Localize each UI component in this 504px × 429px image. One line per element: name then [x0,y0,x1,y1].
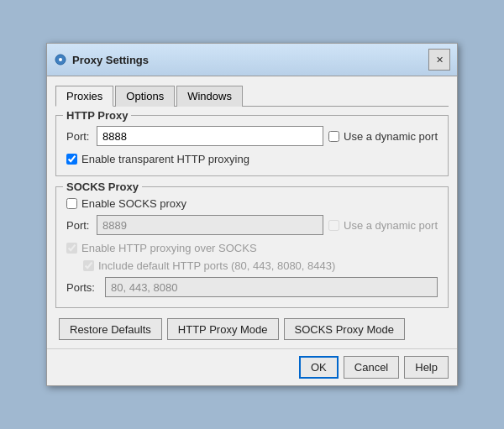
action-buttons-row: Restore Defaults HTTP Proxy Mode SOCKS P… [55,318,449,340]
http-dynamic-port-checkbox[interactable] [328,131,339,142]
tab-bar: Proxies Options Windows [55,85,449,107]
window-title: Proxy Settings [72,54,149,66]
socks-ports-row: Ports: [66,277,438,297]
socks-enable-label: Enable SOCKS proxy [81,197,186,210]
http-dynamic-port-row: Use a dynamic port [328,130,438,143]
help-button[interactable]: Help [404,356,449,379]
socks-http-over-socks-row: Enable HTTP proxying over SOCKS [66,242,438,254]
socks-proxy-label: SOCKS Proxy [63,180,142,193]
http-transparent-row: Enable transparent HTTP proxying [66,153,438,165]
socks-enable-checkbox[interactable] [66,198,77,209]
socks-include-default-row: Include default HTTP ports (80, 443, 808… [83,259,438,272]
socks-dynamic-port-checkbox[interactable] [328,220,339,231]
footer: OK Cancel Help [47,348,457,385]
bottom-left-buttons: Restore Defaults HTTP Proxy Mode SOCKS P… [59,318,405,340]
http-proxy-label: HTTP Proxy [63,109,131,122]
ok-button[interactable]: OK [299,356,339,379]
title-bar-left: Proxy Settings [54,53,149,66]
http-dynamic-port-label: Use a dynamic port [344,130,438,143]
socks-proxy-group: SOCKS Proxy Enable SOCKS proxy Port: Use… [55,186,449,308]
proxy-icon [54,53,67,66]
restore-defaults-button[interactable]: Restore Defaults [59,318,162,340]
socks-include-default-label: Include default HTTP ports (80, 443, 808… [98,259,335,272]
tab-windows[interactable]: Windows [176,86,243,107]
close-button[interactable]: ✕ [428,49,450,71]
socks-port-label: Port: [66,219,92,232]
http-port-label: Port: [66,130,92,143]
socks-dynamic-port-label: Use a dynamic port [344,219,438,232]
http-proxy-group: HTTP Proxy Port: Use a dynamic port Enab… [55,115,449,176]
socks-proxy-mode-button[interactable]: SOCKS Proxy Mode [284,318,406,340]
dialog-content: Proxies Options Windows HTTP Proxy Port:… [47,76,457,348]
http-port-row: Port: Use a dynamic port [66,126,438,146]
proxy-settings-dialog: Proxy Settings ✕ Proxies Options Windows… [46,43,458,386]
cancel-button[interactable]: Cancel [344,356,399,379]
socks-ports-label: Ports: [66,281,100,294]
socks-dynamic-port-row: Use a dynamic port [328,219,438,232]
tab-proxies[interactable]: Proxies [55,86,113,107]
http-transparent-label: Enable transparent HTTP proxying [81,153,249,165]
svg-point-1 [59,58,62,61]
title-bar: Proxy Settings ✕ [47,44,457,76]
http-port-input[interactable] [97,126,323,146]
http-transparent-checkbox[interactable] [66,154,77,165]
socks-include-default-checkbox[interactable] [83,260,94,271]
socks-enable-row: Enable SOCKS proxy [66,197,438,210]
socks-http-over-socks-checkbox[interactable] [66,243,77,254]
socks-port-row: Port: Use a dynamic port [66,215,438,235]
tab-options[interactable]: Options [115,86,175,107]
socks-http-over-socks-label: Enable HTTP proxying over SOCKS [81,242,257,254]
socks-ports-input[interactable] [105,277,438,297]
socks-port-input[interactable] [97,215,323,235]
http-proxy-mode-button[interactable]: HTTP Proxy Mode [167,318,279,340]
